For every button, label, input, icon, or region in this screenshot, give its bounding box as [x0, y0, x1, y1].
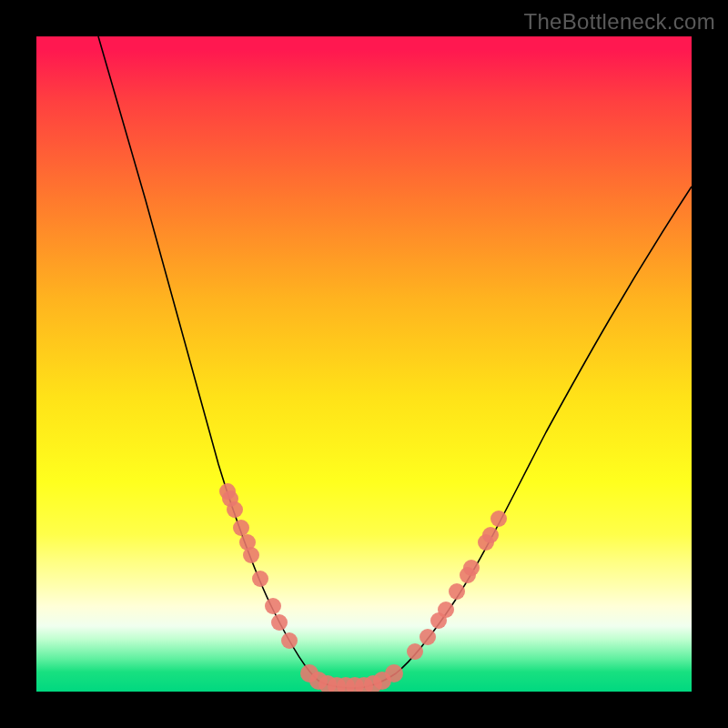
data-marker: [385, 664, 403, 682]
bottleneck-curve-svg: [36, 36, 692, 692]
watermark-text: TheBottleneck.com: [523, 9, 715, 35]
data-marker: [265, 598, 281, 614]
chart-frame: TheBottleneck.com: [0, 0, 728, 728]
bottleneck-curve: [98, 36, 692, 688]
data-marker: [490, 511, 507, 527]
data-marker: [243, 547, 259, 563]
data-marker: [227, 501, 243, 518]
data-marker: [449, 583, 465, 600]
data-marker: [463, 560, 480, 576]
plot-area: [36, 36, 692, 692]
data-marker: [233, 520, 249, 536]
data-marker: [252, 571, 268, 587]
data-marker: [420, 629, 436, 645]
data-marker: [438, 602, 454, 618]
data-marker: [482, 527, 499, 543]
data-marker: [407, 643, 423, 660]
data-marker: [271, 614, 288, 631]
data-marker: [281, 632, 298, 649]
